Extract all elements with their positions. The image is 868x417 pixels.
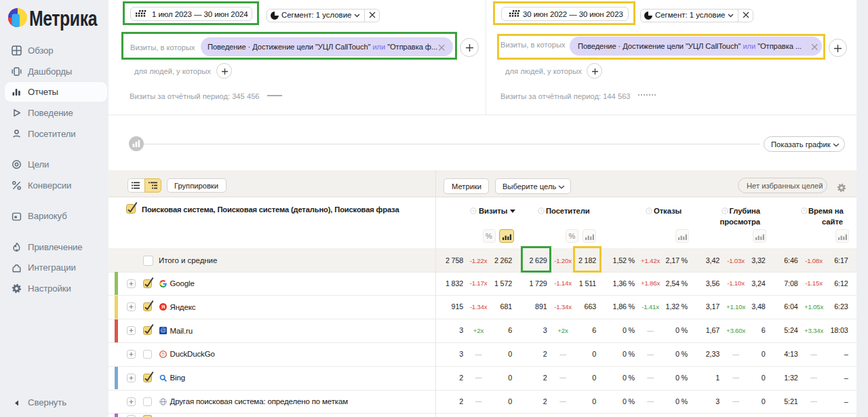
svg-text:Я: Я bbox=[161, 304, 164, 311]
svg-text:@: @ bbox=[160, 327, 166, 334]
